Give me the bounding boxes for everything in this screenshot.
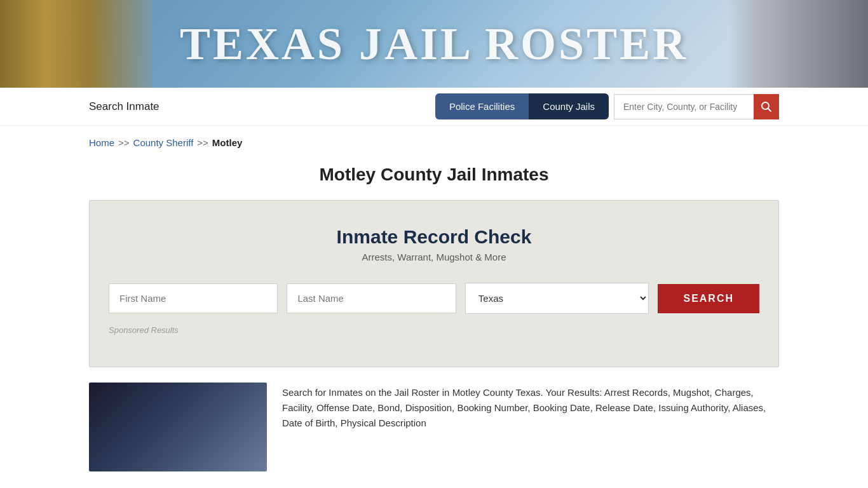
header-banner: Texas Jail Roster [0,0,868,88]
police-facilities-button[interactable]: Police Facilities [435,93,529,119]
breadcrumb-county-sheriff[interactable]: County Sheriff [133,137,194,148]
banner-right-image [728,0,868,88]
header-search-wrap [614,94,779,119]
breadcrumb-sep1: >> [118,137,130,148]
county-jails-button[interactable]: County Jails [529,93,609,119]
inmate-check-subtitle: Arrests, Warrant, Mugshot & More [109,252,759,262]
inmate-check-section: Inmate Record Check Arrests, Warrant, Mu… [89,200,779,367]
svg-line-1 [768,108,771,111]
breadcrumb-home[interactable]: Home [89,137,114,148]
banner-left-image [0,0,153,88]
search-icon [761,101,772,112]
page-title: Motley County Jail Inmates [0,154,868,200]
site-title: Texas Jail Roster [180,18,688,71]
facility-image [89,383,267,471]
breadcrumb-sep2: >> [197,137,208,148]
sponsored-results-label: Sponsored Results [109,325,759,335]
first-name-input[interactable] [109,283,278,313]
inmate-search-button[interactable]: SEARCH [658,284,759,313]
bottom-description: Search for Inmates on the Jail Roster in… [282,383,779,431]
header-search-input[interactable] [614,94,754,119]
state-select[interactable]: AlabamaAlaskaArizonaArkansasCaliforniaCo… [465,283,649,314]
inmate-search-row: AlabamaAlaskaArizonaArkansasCaliforniaCo… [109,283,759,314]
search-inmate-label: Search Inmate [89,100,159,113]
breadcrumb-current: Motley [212,137,243,148]
last-name-input[interactable] [287,283,456,313]
nav-buttons: Police Facilities County Jails [435,93,609,119]
bottom-section: Search for Inmates on the Jail Roster in… [89,383,779,471]
inmate-check-heading: Inmate Record Check [109,226,759,248]
breadcrumb: Home >> County Sheriff >> Motley [0,126,868,154]
nav-bar: Search Inmate Police Facilities County J… [0,88,868,126]
header-search-button[interactable] [754,94,779,119]
